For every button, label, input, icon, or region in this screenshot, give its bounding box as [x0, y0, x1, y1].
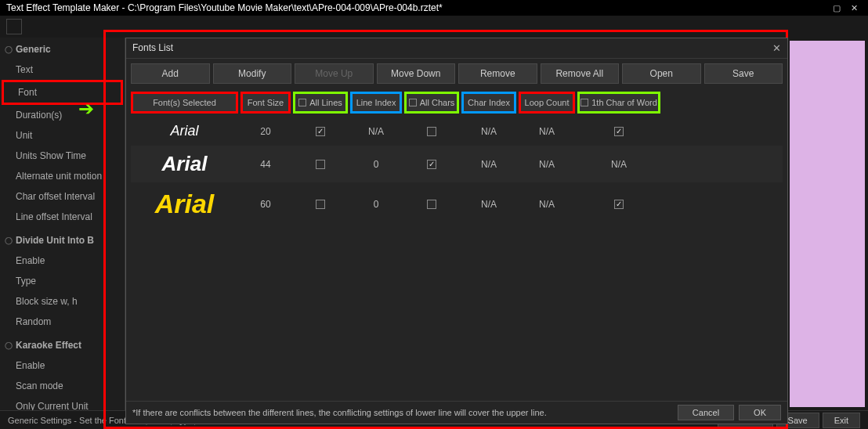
- table-row[interactable]: Arial600N/AN/A: [131, 182, 783, 225]
- move-down-button[interactable]: Move Down: [377, 63, 456, 84]
- tree-header-divide[interactable]: ◯Divide Unit Into B: [0, 230, 125, 251]
- tree-item-unit[interactable]: Unit: [0, 125, 125, 146]
- checkbox[interactable]: [614, 127, 624, 136]
- tree-item-char-offset[interactable]: Char offset Interval: [0, 186, 125, 207]
- tree-item-units-show-time[interactable]: Units Show Time: [0, 146, 125, 166]
- checkbox-icon[interactable]: [580, 99, 588, 106]
- exit-button[interactable]: Exit: [823, 413, 860, 428]
- center-area: Fonts List ✕ Add Modify Move Up Move Dow…: [125, 38, 787, 410]
- window-title: Text Effect Template Maker - C:\Program …: [6, 2, 443, 13]
- cell-all-chars: [404, 160, 459, 169]
- tree-header-karaoke[interactable]: ◯Karaoke Effect: [0, 335, 125, 355]
- window-controls: ▢ ✕: [829, 2, 862, 13]
- checkbox[interactable]: [427, 127, 436, 136]
- cell-font: Arial: [131, 123, 238, 139]
- left-panel: ◯Generic Text Font Duration(s) Unit Unit…: [0, 38, 125, 410]
- tree-item-enable-divide[interactable]: Enable: [0, 251, 125, 271]
- toolbar-icon[interactable]: [6, 19, 22, 34]
- arrow-annotation: ➔: [78, 98, 94, 120]
- col-fonts-selected[interactable]: Font(s) Selected: [131, 92, 238, 114]
- cell-first-char: N/A: [577, 159, 660, 170]
- cancel-button[interactable]: Cancel: [678, 405, 734, 420]
- col-first-char[interactable]: 1th Char of Word: [577, 92, 660, 114]
- cell-size: 60: [241, 199, 291, 210]
- cell-font: Arial: [131, 189, 238, 219]
- checkbox[interactable]: [614, 200, 624, 209]
- cell-char-idx: N/A: [461, 199, 516, 210]
- close-button[interactable]: ✕: [846, 2, 862, 13]
- remove-all-button[interactable]: Remove All: [541, 63, 620, 84]
- tree-item-block-size[interactable]: Block size w, h: [0, 291, 125, 312]
- table-row[interactable]: Arial20N/AN/AN/A: [131, 117, 783, 146]
- title-bar: Text Effect Template Maker - C:\Program …: [0, 0, 868, 16]
- close-icon[interactable]: ✕: [772, 42, 781, 54]
- collapse-icon: ◯: [5, 45, 13, 53]
- tree-item-type[interactable]: Type: [0, 271, 125, 291]
- modify-button[interactable]: Modify: [213, 63, 292, 84]
- col-loop-count[interactable]: Loop Count: [519, 92, 575, 114]
- cell-all-lines: [293, 127, 348, 136]
- cell-line-idx: N/A: [350, 126, 402, 137]
- ok-button[interactable]: OK: [739, 405, 781, 420]
- preview-panel: [790, 41, 865, 407]
- add-button[interactable]: Add: [131, 63, 210, 84]
- cell-loop: N/A: [519, 126, 575, 137]
- remove-button[interactable]: Remove: [458, 63, 537, 84]
- cell-font: Arial: [131, 152, 238, 176]
- cell-line-idx: 0: [350, 199, 402, 210]
- tree-item-text[interactable]: Text: [0, 59, 125, 80]
- cell-all-chars: [404, 127, 459, 136]
- cell-loop: N/A: [519, 199, 575, 210]
- table-header-row: Font(s) Selected Font Size All Lines Lin…: [126, 88, 787, 117]
- col-char-index[interactable]: Char Index: [461, 92, 516, 114]
- toolbar: [0, 16, 868, 38]
- col-all-chars[interactable]: All Chars: [404, 92, 459, 114]
- collapse-icon: ◯: [5, 236, 13, 244]
- cell-all-lines: [293, 200, 348, 209]
- cell-char-idx: N/A: [461, 126, 516, 137]
- checkbox[interactable]: [316, 127, 325, 136]
- cell-all-lines: [293, 160, 348, 169]
- col-font-size[interactable]: Font Size: [241, 92, 291, 114]
- cell-line-idx: 0: [350, 159, 402, 170]
- checkbox[interactable]: [316, 160, 325, 169]
- cell-loop: N/A: [519, 159, 575, 170]
- cell-char-idx: N/A: [461, 159, 516, 170]
- dialog-toolbar: Add Modify Move Up Move Down Remove Remo…: [126, 59, 787, 88]
- move-up-button[interactable]: Move Up: [295, 63, 374, 84]
- table-body: Arial20N/AN/AN/AArial440N/AN/AN/AArial60…: [126, 117, 787, 225]
- dialog-footer: *If there are conflicts between the diff…: [126, 401, 787, 424]
- cell-size: 20: [241, 126, 291, 137]
- open-button[interactable]: Open: [622, 63, 701, 84]
- tree-item-line-offset[interactable]: Line offset Interval: [0, 207, 125, 227]
- col-line-index[interactable]: Line Index: [350, 92, 402, 114]
- tree-item-font[interactable]: Font: [2, 80, 123, 105]
- checkbox[interactable]: [427, 160, 436, 169]
- fonts-list-dialog: Fonts List ✕ Add Modify Move Up Move Dow…: [125, 38, 788, 424]
- dialog-title: Fonts List: [132, 42, 173, 54]
- tree-item-duration[interactable]: Duration(s): [0, 105, 125, 125]
- tree-item-only-current[interactable]: Only Current Unit: [0, 396, 125, 410]
- minimize-button[interactable]: ▢: [829, 2, 844, 13]
- col-all-lines[interactable]: All Lines: [293, 92, 348, 114]
- checkbox-icon[interactable]: [298, 99, 306, 106]
- checkbox[interactable]: [427, 200, 436, 209]
- tree-item-random[interactable]: Random: [0, 312, 125, 332]
- checkbox[interactable]: [316, 200, 325, 209]
- tree-header-generic[interactable]: ◯Generic: [0, 39, 125, 59]
- save-button[interactable]: Save: [704, 63, 783, 84]
- cell-first-char: [577, 200, 660, 209]
- table-row[interactable]: Arial440N/AN/AN/A: [131, 146, 783, 182]
- tree-item-enable-karaoke[interactable]: Enable: [0, 355, 125, 376]
- tree-item-alternate-motion[interactable]: Alternate unit motion: [0, 166, 125, 186]
- checkbox-icon[interactable]: [409, 99, 417, 106]
- cell-all-chars: [404, 200, 459, 209]
- cell-size: 44: [241, 159, 291, 170]
- cell-first-char: [577, 127, 660, 136]
- tree-item-scan-mode[interactable]: Scan mode: [0, 376, 125, 396]
- collapse-icon: ◯: [5, 341, 13, 349]
- footer-note: *If there are conflicts between the diff…: [132, 408, 547, 417]
